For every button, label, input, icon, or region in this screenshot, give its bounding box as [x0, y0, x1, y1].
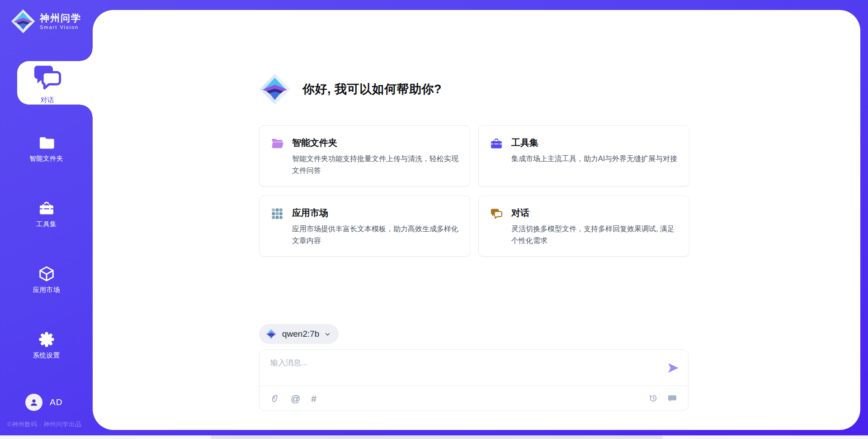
toolbox-icon: [490, 137, 503, 150]
sidebar-item-label: 对话: [41, 96, 54, 105]
chat-icon: [490, 207, 503, 220]
card-smart-folders[interactable]: 智能文件夹 智能文件夹功能支持批量文件上传与清洗，轻松实现文件问答: [259, 125, 470, 186]
folder-open-icon: [270, 137, 284, 150]
sidebar-item-app-market[interactable]: 应用市场: [0, 265, 93, 294]
sidebar-item-label: 应用市场: [0, 286, 93, 294]
copyright-text: ©神州数码 · 神州问学出品: [7, 420, 81, 429]
sidebar-item-toolbox[interactable]: 工具集: [0, 200, 93, 229]
sidebar-item-label: 系统设置: [0, 351, 93, 360]
message-composer: @ #: [259, 349, 689, 411]
avatar: [25, 394, 42, 411]
assistant-logo-icon: [259, 73, 291, 105]
card-description: 集成市场上主流工具，助力AI与外界无缝扩展与对接: [511, 153, 677, 165]
brand-logo-icon: [11, 9, 35, 33]
card-chat[interactable]: 对话 灵活切换多模型文件，支持多样回复效果调试, 满足个性化需求: [478, 196, 689, 257]
main-content: 你好, 我可以如何帮助你? 智能文件夹 智能文件夹功能支持批量文件上传与清洗，轻…: [93, 10, 860, 430]
user-initials: AD: [50, 397, 62, 407]
user-account[interactable]: AD: [25, 394, 62, 411]
card-title: 智能文件夹: [292, 137, 459, 149]
app-grid-icon: [270, 207, 284, 220]
brand-name: 神州问学: [40, 13, 81, 24]
person-icon: [28, 397, 39, 408]
model-selector[interactable]: qwen2:7b: [259, 324, 339, 344]
brand: 神州问学 Smart Vision: [11, 9, 81, 33]
brand-subtitle: Smart Vision: [40, 24, 81, 30]
card-title: 工具集: [511, 137, 677, 149]
send-icon[interactable]: [666, 361, 680, 375]
card-description: 应用市场提供丰富长文本模板，助力高效生成多样化文章内容: [292, 223, 459, 246]
sidebar-item-chat[interactable]: 对话: [17, 61, 93, 105]
card-description: 灵活切换多模型文件，支持多样回复效果调试, 满足个性化需求: [511, 223, 678, 246]
model-name: qwen2:7b: [282, 329, 319, 339]
greeting-text: 你好, 我可以如何帮助你?: [302, 81, 442, 97]
message-input[interactable]: [259, 350, 688, 386]
card-description: 智能文件夹功能支持批量文件上传与清洗，轻松实现文件问答: [292, 153, 459, 176]
active-tab-fillet-top: [80, 48, 93, 61]
gear-icon: [38, 331, 55, 348]
sidebar: 神州问学 Smart Vision 对话 智能文件夹: [0, 0, 93, 439]
card-title: 应用市场: [292, 207, 459, 219]
horizontal-scrollbar: [0, 435, 868, 439]
folder-icon: [38, 134, 55, 151]
card-app-market[interactable]: 应用市场 应用市场提供丰富长文本模板，助力高效生成多样化文章内容: [259, 196, 470, 257]
active-tab-fillet-bottom: [80, 105, 93, 117]
model-logo-icon: [265, 328, 278, 340]
hashtag-icon[interactable]: #: [311, 394, 316, 403]
chevron-down-icon: [324, 330, 331, 338]
toolbox-icon: [38, 200, 55, 217]
card-toolbox[interactable]: 工具集 集成市场上主流工具，助力AI与外界无缝扩展与对接: [478, 125, 689, 186]
chat-icon: [31, 61, 63, 93]
history-icon[interactable]: [648, 393, 658, 403]
sidebar-item-smart-folders[interactable]: 智能文件夹: [0, 134, 93, 163]
sidebar-item-label: 智能文件夹: [0, 154, 93, 163]
attachment-icon[interactable]: [270, 394, 280, 403]
scrollbar-thumb[interactable]: [211, 435, 663, 439]
sidebar-item-settings[interactable]: 系统设置: [0, 331, 93, 360]
mention-icon[interactable]: @: [291, 394, 300, 403]
greeting: 你好, 我可以如何帮助你?: [259, 73, 442, 105]
feature-cards: 智能文件夹 智能文件夹功能支持批量文件上传与清洗，轻松实现文件问答 工具集 集成…: [259, 125, 689, 257]
chat-bubble-icon[interactable]: [667, 393, 677, 403]
cube-icon: [38, 265, 55, 282]
card-title: 对话: [511, 207, 678, 219]
sidebar-item-label: 工具集: [0, 220, 93, 229]
